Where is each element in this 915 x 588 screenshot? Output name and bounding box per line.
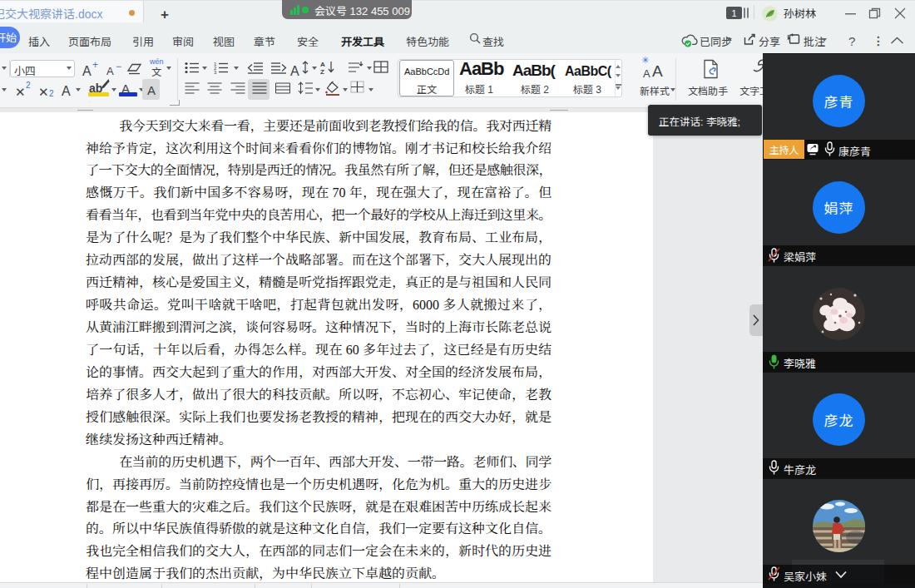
- svg-text:A: A: [320, 61, 325, 68]
- svg-text:Z: Z: [320, 68, 324, 74]
- svg-text:3: 3: [214, 70, 217, 74]
